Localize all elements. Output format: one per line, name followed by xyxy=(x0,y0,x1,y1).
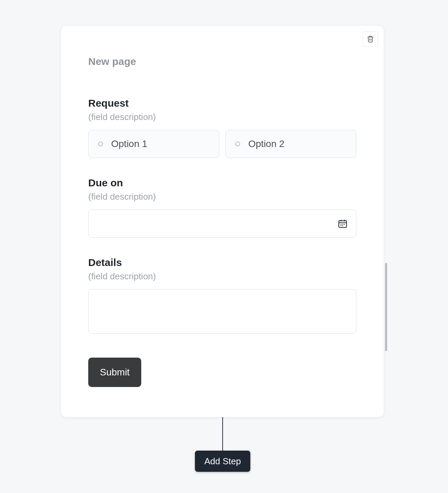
option-label: Option 1 xyxy=(111,138,147,149)
due-on-field: Due on (field description) xyxy=(88,177,356,238)
due-on-label: Due on xyxy=(88,177,356,189)
details-field: Details (field description) xyxy=(88,257,356,335)
form-card: New page Request (field description) Opt… xyxy=(61,26,384,417)
details-textarea[interactable] xyxy=(88,289,356,334)
details-description: (field description) xyxy=(88,271,356,282)
page-title[interactable]: New page xyxy=(88,56,356,67)
due-on-input-wrapper xyxy=(88,210,356,238)
request-option-2[interactable]: Option 2 xyxy=(225,130,356,158)
details-label: Details xyxy=(88,257,356,268)
add-step-button[interactable]: Add Step xyxy=(195,451,250,472)
radio-icon xyxy=(235,142,240,146)
delete-button[interactable] xyxy=(363,31,378,47)
radio-icon xyxy=(98,142,103,146)
calendar-icon[interactable] xyxy=(338,218,348,229)
step-connector-line xyxy=(222,417,223,455)
svg-rect-0 xyxy=(339,221,347,227)
due-on-description: (field description) xyxy=(88,191,356,202)
submit-button[interactable]: Submit xyxy=(88,358,141,387)
request-field: Request (field description) Option 1 Opt… xyxy=(88,97,356,158)
request-description: (field description) xyxy=(88,112,356,122)
due-on-input[interactable] xyxy=(97,218,338,229)
trash-icon xyxy=(367,35,374,43)
request-label: Request xyxy=(88,97,356,109)
scrollbar-thumb[interactable] xyxy=(385,263,387,351)
request-option-1[interactable]: Option 1 xyxy=(88,130,219,158)
option-label: Option 2 xyxy=(248,138,285,149)
